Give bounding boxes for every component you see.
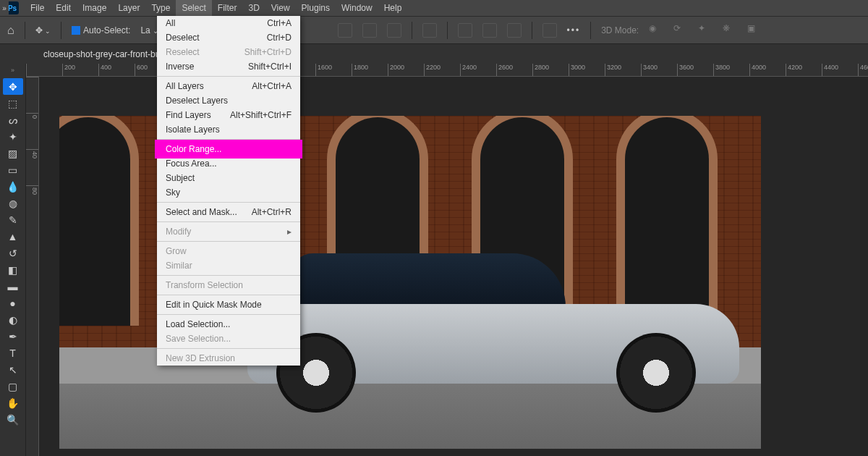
gradient-tool[interactable]: ▬ [3, 278, 23, 295]
3d-mode-label: 3D Mode: [601, 25, 639, 35]
type-tool[interactable]: T [3, 345, 23, 361]
menu-help[interactable]: Help [378, 0, 408, 16]
pen-tool[interactable]: ✒ [3, 328, 23, 345]
menu-select[interactable]: Select [176, 0, 211, 16]
image-car [247, 246, 739, 413]
divider [590, 22, 591, 39]
options-bar: ⌂ ✥ ⌄ Auto-Select: La ••• 3D Mode: ◉ ⟳ ✦… [0, 16, 868, 43]
align-center-icon[interactable] [362, 23, 377, 38]
heal-tool[interactable]: ◍ [3, 195, 23, 211]
divider [532, 22, 532, 39]
align-bottom-icon[interactable] [507, 23, 522, 38]
align-top-icon[interactable] [458, 23, 472, 38]
menu-item-deselect[interactable]: DeselectCtrl+D [157, 30, 300, 45]
marquee-tool[interactable]: ⬚ [3, 95, 23, 111]
auto-select-checkbox[interactable]: Auto-Select: [72, 25, 130, 35]
menu-3d[interactable]: 3D [242, 0, 265, 16]
menu-item-reselect: ReselectShift+Ctrl+D [157, 45, 300, 59]
menu-item-color-range[interactable]: Color Range... [157, 142, 300, 156]
menu-item-modify: Modify [157, 224, 300, 239]
divider [412, 22, 412, 39]
menu-item-all-layers[interactable]: All LayersAlt+Ctrl+A [157, 79, 300, 93]
eraser-tool[interactable]: ◧ [3, 261, 23, 278]
move-tool-icon[interactable]: ✥ ⌄ [35, 25, 51, 35]
menu-plugins[interactable]: Plugins [296, 0, 336, 16]
menu-edit[interactable]: Edit [50, 0, 77, 16]
tab-filename: closeup-shot-grey-car-front-bu [43, 49, 160, 59]
menu-item-all[interactable]: AllCtrl+A [157, 16, 300, 30]
move-tool[interactable]: ✥ [3, 78, 23, 95]
select-menu-dropdown: AllCtrl+ADeselectCtrl+DReselectShift+Ctr… [157, 16, 300, 366]
panel-collapse-strip[interactable]: » [0, 0, 9, 16]
menu-filter[interactable]: Filter [212, 0, 243, 16]
menu-item-sky[interactable]: Sky [157, 185, 300, 200]
3d-camera-icon[interactable]: ▣ [747, 23, 762, 38]
home-icon[interactable]: ⌂ [7, 24, 14, 37]
menu-view[interactable]: View [265, 0, 296, 16]
divider [447, 22, 448, 39]
menu-item-find-layers[interactable]: Find LayersAlt+Shift+Ctrl+F [157, 108, 300, 122]
3d-orbit-icon[interactable]: ◉ [649, 23, 663, 38]
distribute-v-icon[interactable] [542, 23, 557, 38]
menu-item-subject[interactable]: Subject [157, 171, 300, 185]
hand-tool[interactable]: ✋ [3, 394, 23, 411]
align-middle-icon[interactable] [482, 23, 497, 38]
menu-layer[interactable]: Layer [112, 0, 145, 16]
ruler-horizontal[interactable]: 2004006008001000120014001600180020002200… [26, 64, 868, 77]
toolbar-grip[interactable]: » [11, 67, 14, 74]
3d-roll-icon[interactable]: ⟳ [673, 23, 688, 38]
document-tabs: closeup-shot-grey-car-front-bu × [0, 43, 868, 64]
menu-item-grow: Grow [157, 244, 300, 258]
shape-tool[interactable]: ▢ [3, 378, 23, 394]
align-left-icon[interactable] [338, 23, 352, 38]
image-arch [59, 116, 139, 326]
dodge-tool[interactable]: ◐ [3, 311, 23, 328]
stamp-tool[interactable]: ▲ [3, 228, 23, 245]
blur-tool[interactable]: ● [3, 295, 23, 311]
distribute-icon[interactable] [422, 23, 437, 38]
more-icon[interactable]: ••• [567, 25, 581, 35]
zoom-tool[interactable]: 🔍 [3, 411, 23, 428]
frame-tool[interactable]: ▭ [3, 161, 23, 178]
menu-window[interactable]: Window [336, 0, 378, 16]
menu-item-isolate-layers[interactable]: Isolate Layers [157, 122, 300, 137]
menubar: Ps FileEditImageLayerTypeSelectFilter3DV… [0, 0, 868, 16]
tools-panel: » ✥⬚ᔕ✦▨▭💧◍✎▲↺◧▬●◐✒T↖▢✋🔍 [0, 64, 26, 456]
brush-tool[interactable]: ✎ [3, 211, 23, 228]
menu-item-new-3d-extrusion: New 3D Extrusion [157, 351, 300, 366]
eyedrop-tool[interactable]: 💧 [3, 178, 23, 195]
menu-item-focus-area[interactable]: Focus Area... [157, 156, 300, 171]
3d-slide-icon[interactable]: ❋ [723, 23, 737, 38]
menu-type[interactable]: Type [145, 0, 176, 16]
document-tab[interactable]: closeup-shot-grey-car-front-bu × [35, 44, 177, 64]
menu-image[interactable]: Image [77, 0, 112, 16]
lasso-tool[interactable]: ᔕ [3, 111, 23, 128]
menu-item-save-selection: Save Selection... [157, 332, 300, 346]
align-right-icon[interactable] [387, 23, 401, 38]
divider [61, 22, 61, 39]
crop-tool[interactable]: ▨ [3, 145, 23, 161]
menu-item-edit-in-quick-mask-mode[interactable]: Edit in Quick Mask Mode [157, 297, 300, 312]
divider [25, 22, 25, 39]
menu-item-select-and-mask[interactable]: Select and Mask...Alt+Ctrl+R [157, 205, 300, 219]
wand-tool[interactable]: ✦ [3, 128, 23, 145]
path-tool[interactable]: ↖ [3, 361, 23, 378]
workspace: » ✥⬚ᔕ✦▨▭💧◍✎▲↺◧▬●◐✒T↖▢✋🔍 2004006008001000… [0, 64, 868, 456]
menu-item-inverse[interactable]: InverseShift+Ctrl+I [157, 59, 300, 74]
menu-item-deselect-layers[interactable]: Deselect Layers [157, 93, 300, 108]
ruler-vertical[interactable]: 04080 [26, 77, 39, 456]
menu-item-similar: Similar [157, 258, 300, 273]
history-tool[interactable]: ↺ [3, 245, 23, 261]
layer-dropdown[interactable]: La [140, 25, 158, 35]
menu-item-transform-selection: Transform Selection [157, 278, 300, 292]
3d-pan-icon[interactable]: ✦ [698, 23, 712, 38]
menu-file[interactable]: File [25, 0, 50, 16]
menu-item-load-selection[interactable]: Load Selection... [157, 317, 300, 332]
